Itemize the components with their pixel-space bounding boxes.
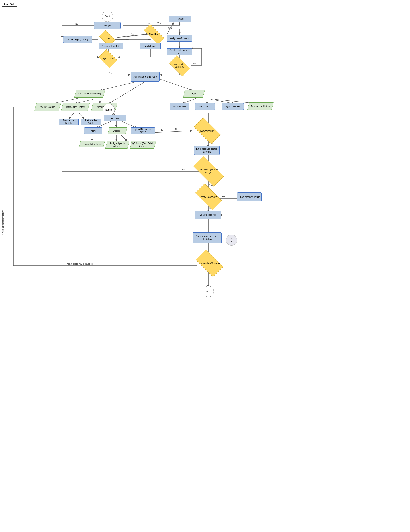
svg-line-19 bbox=[167, 26, 172, 34]
transaction-history-right-node: Transaction History bbox=[247, 102, 273, 110]
new-user-node: New User bbox=[144, 24, 164, 45]
app-home-page-node: Application Home Page bbox=[131, 72, 159, 82]
svg-text:Yes: Yes bbox=[109, 72, 112, 75]
show-receiver-details-node: Show receiver details bbox=[237, 192, 261, 201]
qr-code-node: QR Code (Own Public Address) bbox=[130, 141, 156, 149]
create-custodial-node: Create custodial key pair bbox=[167, 48, 192, 55]
alert-node: Alert bbox=[84, 127, 102, 134]
svg-line-33 bbox=[100, 82, 137, 90]
svg-text:Yes: Yes bbox=[157, 22, 161, 25]
crypto-node: Crypto bbox=[183, 90, 205, 97]
transaction-history-left-node: Transaction History bbox=[61, 103, 90, 111]
svg-line-36 bbox=[51, 97, 84, 104]
svg-text:No: No bbox=[75, 23, 78, 25]
send-sponsored-txn-node: Send sponsored txn to blockchain bbox=[193, 232, 222, 243]
upload-documents-node: Upload Documents (KYC) bbox=[131, 127, 155, 134]
crypto-balances-node: Crypto balances bbox=[222, 103, 244, 110]
flowchart-container: User Side No Yes No bbox=[0, 0, 410, 532]
assign-web2-node: Assign web2 user id bbox=[167, 35, 192, 42]
address-node: Address bbox=[108, 127, 127, 134]
user-side-label: User Side bbox=[2, 2, 17, 7]
widget-node: Widget bbox=[94, 22, 121, 29]
enter-receiver-details-node: Enter receiver details, amount bbox=[194, 146, 220, 155]
login-success-node: Login success bbox=[99, 49, 117, 68]
svg-line-20 bbox=[172, 22, 174, 26]
svg-text:Yes, update wallet balance: Yes, update wallet balance bbox=[66, 263, 93, 265]
passwordless-auth-node: Passwordless Auth bbox=[99, 43, 123, 49]
svg-line-17 bbox=[117, 34, 151, 38]
outer-boundary bbox=[133, 91, 403, 503]
account-node: Account bbox=[104, 115, 126, 122]
svg-line-40 bbox=[69, 113, 74, 119]
auth-error-node: Auth Error bbox=[140, 43, 161, 49]
fiat-node: Fiat (sponsored wallet) bbox=[74, 90, 105, 97]
svg-text:Yes: Yes bbox=[168, 27, 172, 29]
svg-line-48 bbox=[121, 135, 127, 142]
send-crypto-node: Send crypto bbox=[195, 103, 215, 110]
svg-text:No: No bbox=[193, 62, 196, 65]
social-login-node: Social Login (OAuth) bbox=[63, 36, 92, 43]
registration-successful-node: Registration Successful bbox=[169, 55, 190, 76]
svg-line-35 bbox=[157, 78, 193, 90]
start-node: Start bbox=[102, 11, 113, 22]
platform-fee-details-node: Platform Fee Details bbox=[81, 119, 101, 125]
add-in-transaction-history-label: Add in transaction history bbox=[2, 210, 4, 233]
wallet-balance-node: Wallet Balance bbox=[34, 103, 61, 111]
scan-address-node: Scan address bbox=[169, 103, 189, 110]
svg-line-41 bbox=[79, 113, 84, 119]
end-node: End bbox=[203, 286, 214, 297]
assigned-public-address-node: Assigned public address bbox=[105, 141, 130, 149]
button-node: Button bbox=[102, 104, 115, 116]
confirm-transfer-node: Confirm Transfer bbox=[195, 210, 221, 219]
svg-text:No: No bbox=[131, 33, 134, 35]
svg-line-81 bbox=[117, 34, 149, 37]
transaction-details-node: Transaction Details bbox=[59, 119, 79, 125]
register-node: Register bbox=[169, 16, 191, 22]
low-wallet-balance-node: Low wallet balance bbox=[79, 141, 105, 147]
blockchain-icon: ⬡ bbox=[226, 235, 237, 246]
